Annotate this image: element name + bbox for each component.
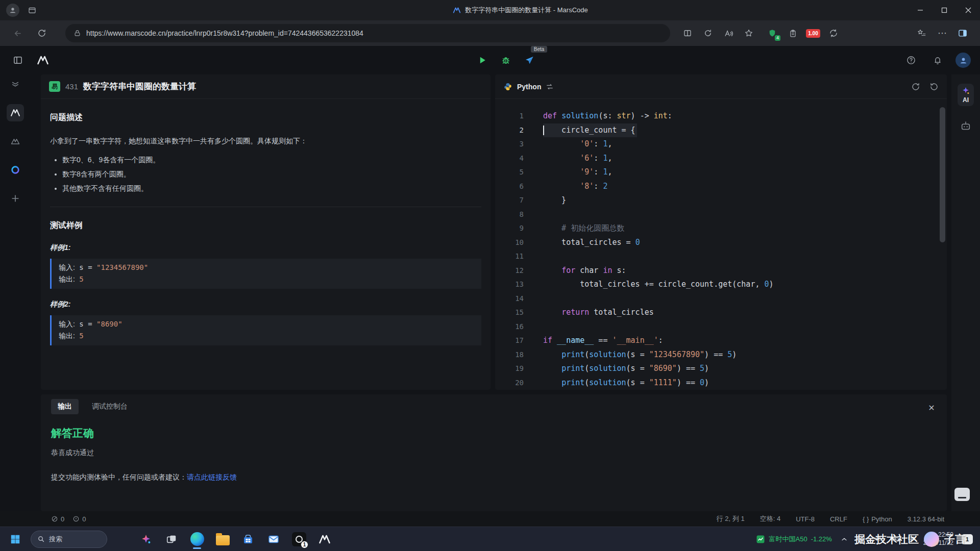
ai-assistant-button[interactable]: AI [958, 84, 974, 106]
problems-summary[interactable]: 0 0 [51, 515, 86, 523]
line-number[interactable]: 19 [495, 362, 524, 376]
eol-setting[interactable]: CRLF [830, 515, 847, 523]
workspaces-icon[interactable] [28, 6, 37, 15]
code-line-9[interactable]: 9 # 初始化圆圈总数 [495, 221, 947, 236]
line-number[interactable]: 11 [495, 249, 524, 264]
copilot-button[interactable] [136, 529, 156, 549]
line-number[interactable]: 2 [495, 123, 524, 138]
close-panel-icon[interactable]: ✕ [925, 402, 938, 414]
ai-agent-icon[interactable] [960, 120, 971, 132]
address-bar[interactable]: https://www.marscode.cn/practice/lnrp0r1… [65, 24, 670, 42]
close-button[interactable] [956, 0, 980, 20]
notifications-bell-icon[interactable] [929, 52, 946, 69]
code-line-8[interactable]: 8 [495, 208, 947, 222]
code-line-20[interactable]: 20 print(solution(s = "1111") == 0) [495, 376, 947, 390]
indent-setting[interactable]: 空格: 4 [760, 514, 780, 523]
ime-indicator[interactable]: 中 [908, 535, 915, 544]
code-line-7[interactable]: 7 } [495, 193, 947, 208]
url-text[interactable]: https://www.marscode.cn/practice/lnrp0r1… [86, 29, 363, 37]
clipboard-extension-icon[interactable] [783, 24, 802, 42]
code-line-18[interactable]: 18 print(solution(s = "1234567890") == 5… [495, 348, 947, 362]
microsoft-store-button[interactable] [238, 529, 258, 549]
encoding[interactable]: UTF-8 [796, 515, 815, 523]
code-line-17[interactable]: 17if __name__ == '__main__': [495, 334, 947, 348]
adblock-shield-icon[interactable]: 4 [763, 24, 781, 42]
line-number[interactable]: 4 [495, 152, 524, 166]
cursor-position[interactable]: 行 2, 列 1 [717, 514, 745, 523]
site-info-lock-icon[interactable] [74, 30, 81, 37]
sync-extension-icon[interactable] [824, 24, 843, 42]
code-editor[interactable]: 1def solution(s: str) -> int:2 circle_co… [495, 99, 947, 390]
web-capture-icon[interactable] [699, 24, 717, 42]
code-line-5[interactable]: 5 '9': 1, [495, 165, 947, 180]
projects-icon[interactable] [7, 133, 24, 150]
stock-widget[interactable]: 富时中国A50 -1.22% [756, 535, 831, 544]
community-ring-icon[interactable] [7, 161, 24, 179]
price-extension-icon[interactable]: 1.00 [804, 24, 822, 42]
mail-button[interactable] [263, 529, 284, 549]
edge-browser-button[interactable] [187, 529, 207, 549]
tab-debug-console[interactable]: 调试控制台 [92, 402, 128, 411]
code-line-15[interactable]: 15 return total_circles [495, 306, 947, 320]
line-number[interactable]: 12 [495, 264, 524, 278]
code-line-12[interactable]: 12 for char in s: [495, 264, 947, 278]
notification-center-button[interactable]: 1 [962, 534, 973, 544]
line-number[interactable]: 9 [495, 221, 524, 236]
code-line-1[interactable]: 1def solution(s: str) -> int: [495, 109, 947, 123]
read-aloud-icon[interactable] [719, 24, 738, 42]
line-number[interactable]: 6 [495, 180, 524, 194]
file-explorer-button[interactable] [212, 529, 233, 549]
switch-language-icon[interactable] [546, 83, 554, 91]
refresh-button[interactable] [33, 24, 51, 42]
editor-scrollbar[interactable] [940, 107, 945, 242]
line-number[interactable]: 14 [495, 292, 524, 306]
help-icon[interactable] [902, 52, 920, 69]
marscode-app-button[interactable] [314, 529, 335, 549]
line-number[interactable]: 15 [495, 306, 524, 320]
layout-toggle-icon[interactable] [9, 52, 27, 69]
line-number[interactable]: 1 [495, 109, 524, 123]
taskbar-search[interactable]: 搜索 [31, 531, 107, 548]
code-line-6[interactable]: 6 '8': 2 [495, 180, 947, 194]
taskbar-clock[interactable]: 22:50 2024/11/22 [923, 531, 953, 547]
maximize-button[interactable] [932, 0, 956, 20]
line-number[interactable]: 7 [495, 193, 524, 208]
battery-tray-icon[interactable] [890, 534, 900, 544]
tab-output[interactable]: 输出 [51, 399, 79, 414]
back-button[interactable] [8, 24, 27, 42]
favorite-star-icon[interactable] [740, 24, 758, 42]
line-number[interactable]: 16 [495, 320, 524, 334]
collections-icon[interactable] [7, 76, 24, 93]
run-button[interactable] [474, 52, 491, 69]
debug-button[interactable] [497, 52, 514, 69]
code-line-11[interactable]: 11 [495, 249, 947, 264]
task-view-button[interactable] [161, 529, 182, 549]
hidden-icons-chevron[interactable] [840, 535, 848, 543]
code-line-16[interactable]: 16 [495, 320, 947, 334]
reset-code-icon[interactable] [929, 82, 939, 91]
favorites-list-icon[interactable] [913, 24, 931, 42]
language-mode[interactable]: { } Python [863, 515, 892, 523]
code-line-3[interactable]: 3 '0': 1, [495, 137, 947, 152]
marscode-logo[interactable] [37, 54, 49, 66]
add-icon[interactable] [7, 190, 24, 207]
code-line-4[interactable]: 4 '6': 1, [495, 152, 947, 166]
code-line-13[interactable]: 13 total_circles += circle_count.get(cha… [495, 278, 947, 292]
line-number[interactable]: 10 [495, 236, 524, 250]
line-number[interactable]: 18 [495, 348, 524, 362]
volume-tray-icon[interactable] [873, 535, 882, 543]
submit-button[interactable]: Beta [521, 52, 538, 69]
minimize-button[interactable] [908, 0, 932, 20]
runtime-version[interactable]: 3.12.3 64-bit [908, 515, 944, 523]
split-screen-icon[interactable] [678, 24, 697, 42]
browser-settings-ellipsis-icon[interactable]: ⋯ [933, 24, 951, 42]
refresh-code-icon[interactable] [911, 82, 920, 91]
sidebar-toggle-icon[interactable] [953, 24, 972, 42]
display-tray-icon[interactable] [856, 535, 865, 543]
code-line-10[interactable]: 10 total_circles = 0 [495, 236, 947, 250]
code-line-14[interactable]: 14 [495, 292, 947, 306]
user-avatar[interactable] [955, 53, 971, 68]
line-number[interactable]: 20 [495, 376, 524, 390]
start-button[interactable] [5, 529, 26, 549]
practice-marscode-icon[interactable] [7, 104, 24, 121]
